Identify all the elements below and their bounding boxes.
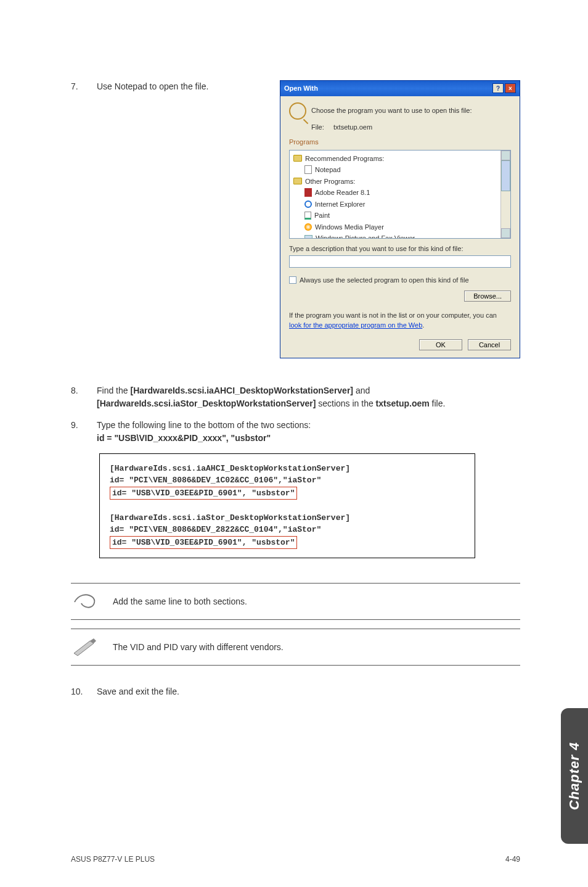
list-item[interactable]: Windows Picture and Fax Viewer (293, 233, 507, 239)
note-text: Add the same line to both sections. (113, 595, 247, 608)
scroll-up-icon[interactable] (501, 151, 510, 160)
dialog-title: Open With (284, 83, 491, 94)
always-use-checkbox[interactable] (289, 276, 296, 284)
paint-icon (304, 212, 311, 220)
footer-right: 4-49 (505, 855, 520, 864)
weblink-pre: If the program you want is not in the li… (289, 311, 497, 319)
code-block: [HardwareIds.scsi.iaAHCI_DesktopWorkstat… (99, 453, 475, 559)
search-icon (289, 102, 306, 120)
list-item[interactable]: Adobe Reader 8.1 (293, 187, 507, 199)
open-with-dialog: Open With ? × Choose the program you wan… (280, 80, 520, 358)
picture-viewer-icon (304, 235, 312, 239)
scrollbar[interactable] (500, 151, 510, 238)
list-item[interactable]: Notepad (293, 164, 507, 176)
code-line: [HardwareIds.scsi.iaAHCI_DesktopWorkstat… (110, 463, 465, 475)
weblink[interactable]: look for the appropriate program on the … (289, 321, 422, 329)
cancel-button[interactable]: Cancel (468, 339, 511, 350)
step-7-text: Use Notepad to open the file. (97, 80, 280, 93)
step-9-number: 9. (71, 419, 97, 445)
dialog-choose-text: Choose the program you want to use to op… (311, 105, 472, 116)
step-8-text: Find the [HardwareIds.scsi.iaAHCI_Deskto… (97, 384, 520, 410)
description-label: Type a description that you want to use … (289, 244, 511, 254)
close-button[interactable]: × (505, 83, 516, 93)
pen-icon (71, 637, 99, 658)
list-item: Other Programs: (293, 176, 507, 188)
step-10-number: 10. (71, 685, 97, 698)
programs-listbox[interactable]: Recommended Programs: Notepad Other Prog… (289, 150, 511, 239)
scroll-thumb[interactable] (501, 160, 510, 191)
always-use-label: Always use the selected program to open … (300, 275, 469, 286)
note-text: The VID and PID vary with different vend… (113, 641, 284, 654)
list-item[interactable]: Paint (293, 210, 507, 221)
paperclip-icon (71, 591, 99, 612)
code-line: [HardwareIds.scsi.iaStor_DesktopWorkstat… (110, 512, 465, 524)
browse-button[interactable]: Browse... (464, 291, 511, 302)
code-highlight: id= "USB\VID_03EE&PID_6901", "usbstor" (110, 487, 297, 500)
ie-icon (304, 200, 312, 208)
step-7-number: 7. (71, 80, 97, 93)
ok-button[interactable]: OK (419, 339, 462, 350)
file-label: File: (311, 123, 324, 131)
folder-icon (293, 178, 302, 184)
code-line: id= "PCI\VEN_8086&DEV_2822&CC_0104","iaS… (110, 524, 465, 536)
file-name: txtsetup.oem (333, 123, 372, 131)
list-item: Recommended Programs: (293, 153, 507, 165)
list-item[interactable]: Windows Media Player (293, 221, 507, 233)
step-10-text: Save and exit the file. (97, 685, 520, 698)
scroll-down-icon[interactable] (501, 228, 510, 238)
code-highlight: id= "USB\VID_03EE&PID_6901", "usbstor" (110, 536, 297, 550)
footer-left: ASUS P8Z77-V LE PLUS (71, 855, 155, 864)
wmp-icon (304, 223, 312, 231)
help-button[interactable]: ? (492, 83, 504, 93)
weblink-post: . (422, 321, 424, 329)
list-item[interactable]: Internet Explorer (293, 199, 507, 210)
folder-icon (293, 155, 302, 162)
dialog-titlebar: Open With ? × (280, 81, 520, 96)
description-input[interactable] (289, 255, 511, 268)
step-8-number: 8. (71, 384, 97, 410)
adobe-icon (304, 188, 312, 197)
notepad-icon (304, 165, 312, 174)
step-9-text: Type the following line to the bottom of… (97, 419, 520, 445)
code-line: id= "PCI\VEN_8086&DEV_1C02&CC_0106","iaS… (110, 474, 465, 487)
chapter-tab: Chapter 4 (561, 708, 588, 844)
programs-tab[interactable]: Programs (289, 137, 511, 147)
